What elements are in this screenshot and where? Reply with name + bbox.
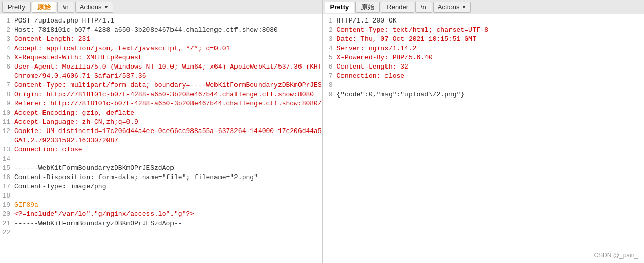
- line-content: X-Requested-With: XMLHttpRequest: [14, 53, 322, 62]
- actions-button-left[interactable]: Actions ▼: [75, 2, 114, 13]
- table-row: 11 Accept-Language: zh-CN,zh;q=0.9: [0, 118, 322, 127]
- line-content: HTTP/1.1 200 OK: [337, 16, 645, 26]
- watermark: CSDN @_pain_: [594, 252, 638, 259]
- line-number: 4: [0, 44, 14, 53]
- line-content: POST /upload.php HTTP/1.1: [14, 16, 322, 26]
- actions-label-left: Actions: [80, 3, 102, 11]
- line-content: Content-Length: 32: [337, 62, 645, 72]
- tab-raw-right[interactable]: 原始: [355, 2, 380, 13]
- table-row: 14: [0, 155, 322, 164]
- line-number: 4: [323, 44, 337, 53]
- table-row: 21 ------WebKitFormBoundaryzDBKmOPrJESzd…: [0, 219, 322, 228]
- line-number: 9: [0, 99, 14, 108]
- tab-render-right[interactable]: Render: [381, 2, 414, 13]
- table-row: 6 User-Agent: Mozilla/5.0 (Windows NT 10…: [0, 62, 322, 72]
- right-panel: Pretty 原始 Render \n Actions ▼ 1 HTTP/1.1…: [323, 0, 645, 263]
- table-row: 7 Connection: close: [323, 72, 645, 81]
- line-number: 1: [323, 16, 337, 26]
- line-number: 3: [323, 35, 337, 44]
- line-number: 2: [0, 26, 14, 35]
- line-content: Content-Type: multipart/form-data; bound…: [14, 81, 322, 90]
- table-row: 5 X-Requested-With: XMLHttpRequest: [0, 53, 322, 62]
- line-number: 10: [0, 108, 14, 118]
- line-number: 3: [0, 35, 14, 44]
- right-code-area: 1 HTTP/1.1 200 OK 2 Content-Type: text/h…: [323, 14, 645, 263]
- line-content: GA1.2.792331502.1633072087: [14, 136, 322, 145]
- table-row: 12 Cookie: UM_distinctid=17c206d44a4ee-0…: [0, 127, 322, 136]
- line-content: X-Powered-By: PHP/5.6.40: [337, 53, 645, 62]
- line-number: 19: [0, 201, 14, 210]
- line-number: 18: [0, 191, 14, 201]
- line-content: Content-Length: 231: [14, 35, 322, 44]
- line-number: 1: [0, 16, 14, 26]
- line-content: GIF89a: [14, 201, 322, 210]
- table-row: 19 GIF89a: [0, 201, 322, 210]
- line-content: Connection: close: [14, 145, 322, 155]
- table-row: 10 Accept-Encoding: gzip, deflate: [0, 108, 322, 118]
- line-content: <?=include"/var/lo"."g/nginx/access.lo".…: [14, 210, 322, 219]
- table-row: 4 Server: nginx/1.14.2: [323, 44, 645, 53]
- table-row: 9 Referer: http://7818101c-b07f-4288-a65…: [0, 99, 322, 108]
- line-number: 5: [323, 53, 337, 62]
- tab-pretty-left[interactable]: Pretty: [2, 2, 31, 13]
- tab-raw-left[interactable]: 原始: [32, 2, 56, 13]
- table-row: 1 POST /upload.php HTTP/1.1: [0, 16, 322, 26]
- line-number: 8: [323, 81, 337, 90]
- table-row: 6 Content-Length: 32: [323, 62, 645, 72]
- line-number: 8: [0, 90, 14, 99]
- line-number: 16: [0, 173, 14, 182]
- table-row: 18: [0, 191, 322, 201]
- line-number: 21: [0, 219, 14, 228]
- tab-n-right[interactable]: \n: [415, 2, 432, 13]
- table-row: GA1.2.792331502.1633072087: [0, 136, 322, 145]
- table-row: Chrome/94.0.4606.71 Safari/537.36: [0, 72, 322, 81]
- line-content: Cookie: UM_distinctid=17c206d44a4ee-0ce6…: [14, 127, 322, 136]
- table-row: 3 Date: Thu, 07 Oct 2021 10:15:51 GMT: [323, 35, 645, 44]
- line-content: ------WebKitFormBoundaryzDBKmOPrJESzdAop…: [14, 219, 322, 228]
- line-number: 13: [0, 145, 14, 155]
- table-row: 13 Connection: close: [0, 145, 322, 155]
- line-number: 22: [0, 228, 14, 237]
- line-number: 15: [0, 164, 14, 173]
- line-number: 2: [323, 26, 337, 35]
- line-number: 9: [323, 90, 337, 99]
- line-number: 7: [0, 81, 14, 90]
- line-content: Accept-Encoding: gzip, deflate: [14, 108, 322, 118]
- line-content: Content-Disposition: form-data; name="fi…: [14, 173, 322, 182]
- table-row: 20 <?=include"/var/lo"."g/nginx/access.l…: [0, 210, 322, 219]
- table-row: 3 Content-Length: 231: [0, 35, 322, 44]
- line-number: 5: [0, 53, 14, 62]
- line-content: Content-Type: image/png: [14, 182, 322, 191]
- chevron-down-icon-left: ▼: [103, 4, 109, 10]
- line-content: Accept: application/json, text/javascrip…: [14, 44, 322, 53]
- chevron-down-icon-right: ▼: [461, 4, 466, 10]
- line-content: {"code":0,"msg":"upload\/2.png"}: [337, 90, 645, 99]
- line-number: 7: [323, 72, 337, 81]
- line-content: Chrome/94.0.4606.71 Safari/537.36: [14, 72, 322, 81]
- table-row: 8: [323, 81, 645, 90]
- line-content: Accept-Language: zh-CN,zh;q=0.9: [14, 118, 322, 127]
- left-panel: Pretty 原始 \n Actions ▼ 1 POST /upload.ph…: [0, 0, 323, 263]
- tab-n-left[interactable]: \n: [57, 2, 74, 13]
- table-row: 16 Content-Disposition: form-data; name=…: [0, 173, 322, 182]
- table-row: 8 Origin: http://7818101c-b07f-4288-a650…: [0, 90, 322, 99]
- line-number: 6: [0, 62, 14, 72]
- line-number: 14: [0, 155, 14, 164]
- left-toolbar: Pretty 原始 \n Actions ▼: [0, 0, 322, 14]
- line-content: Content-Type: text/html; charset=UTF-8: [337, 26, 645, 35]
- table-row: 4 Accept: application/json, text/javascr…: [0, 44, 322, 53]
- tab-pretty-right[interactable]: Pretty: [325, 2, 355, 13]
- actions-button-right[interactable]: Actions ▼: [433, 2, 471, 13]
- table-row: 9 {"code":0,"msg":"upload\/2.png"}: [323, 90, 645, 99]
- table-row: 1 HTTP/1.1 200 OK: [323, 16, 645, 26]
- line-content: Referer: http://7818101c-b07f-4288-a650-…: [14, 99, 322, 108]
- table-row: 15 ------WebKitFormBoundaryzDBKmOPrJESzd…: [0, 164, 322, 173]
- line-number: 20: [0, 210, 14, 219]
- line-content: Origin: http://7818101c-b07f-4288-a650-3…: [14, 90, 322, 99]
- right-toolbar: Pretty 原始 Render \n Actions ▼: [323, 0, 645, 14]
- table-row: 22: [0, 228, 322, 237]
- line-content: Date: Thu, 07 Oct 2021 10:15:51 GMT: [337, 35, 645, 44]
- table-row: 5 X-Powered-By: PHP/5.6.40: [323, 53, 645, 62]
- actions-label-right: Actions: [438, 3, 460, 11]
- line-number: 11: [0, 118, 14, 127]
